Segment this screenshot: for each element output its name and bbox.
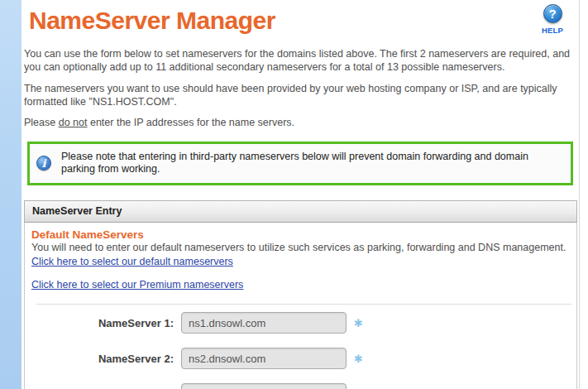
intro-paragraph-1: You can use the form below to set namese… <box>24 48 574 74</box>
intro-text: You can use the form below to set namese… <box>24 48 577 130</box>
required-icon: ✱ <box>354 317 363 329</box>
nameserver-1-label: NameServer 1: <box>31 317 174 329</box>
intro-paragraph-3: Please do not enter the IP addresses for… <box>24 117 574 130</box>
select-default-nameservers-link[interactable]: Click here to select our default nameser… <box>31 256 233 267</box>
intro-paragraph-2: The nameservers you want to use should h… <box>24 83 574 108</box>
left-margin-strip <box>0 0 22 389</box>
page-header: NameServer Manager ? HELP <box>24 0 577 36</box>
main-content: NameServer Manager ? HELP You can use th… <box>24 0 577 389</box>
note-prefix: Please <box>24 117 59 128</box>
note-suffix: enter the IP addresses for the name serv… <box>87 117 294 128</box>
third-party-warning-box: i Please note that entering in third-par… <box>27 142 573 185</box>
note-emphasis: do not <box>59 117 88 128</box>
select-premium-nameservers-link[interactable]: Click here to select our Premium nameser… <box>31 279 243 291</box>
help-widget[interactable]: ? HELP <box>534 4 571 35</box>
help-label[interactable]: HELP <box>534 26 571 35</box>
nameserver-entry-panel: Default NameServers You will need to ent… <box>24 223 577 389</box>
nameserver-row-1: NameServer 1: ✱ <box>31 312 576 334</box>
default-nameservers-description: You will need to enter our default names… <box>31 242 576 254</box>
nameserver-row-3: NameServer 3: <box>31 383 576 389</box>
section-header-nameserver-entry: NameServer Entry <box>24 200 577 223</box>
content-right-border <box>579 0 580 389</box>
nameserver-3-input[interactable] <box>181 383 347 389</box>
nameserver-form: NameServer 1: ✱ NameServer 2: ✱ NameServ… <box>31 312 576 389</box>
page-title: NameServer Manager <box>29 6 577 36</box>
info-icon: i <box>36 156 51 170</box>
nameserver-2-label: NameServer 2: <box>31 353 174 365</box>
nameserver-1-input[interactable] <box>181 312 347 334</box>
required-icon: ✱ <box>354 353 363 365</box>
form-divider <box>36 304 571 305</box>
warning-text: Please note that entering in third-party… <box>61 151 556 176</box>
nameserver-2-input[interactable] <box>181 348 347 369</box>
nameserver-row-2: NameServer 2: ✱ <box>31 348 576 369</box>
help-question-icon[interactable]: ? <box>543 4 562 23</box>
default-nameservers-heading: Default NameServers <box>31 228 576 242</box>
